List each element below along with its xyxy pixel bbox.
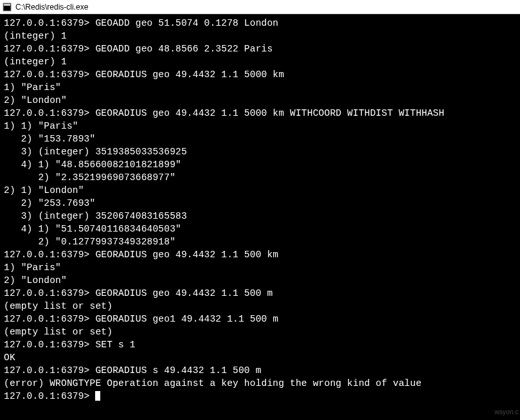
terminal-line: 2) "2.35219969073668977" (4, 171, 516, 184)
terminal-line: 2) "0.12779937349328918" (4, 235, 516, 248)
terminal-line: 127.0.0.1:6379> GEORADIUS geo 49.4432 1.… (4, 68, 516, 81)
window-title-bar: C:\Redis\redis-cli.exe (0, 0, 520, 14)
terminal-line: 127.0.0.1:6379> SET s 1 (4, 338, 516, 351)
terminal-line: (empty list or set) (4, 325, 516, 338)
terminal-line: (integer) 1 (4, 30, 516, 42)
terminal-line: 127.0.0.1:6379> GEORADIUS geo1 49.4432 1… (4, 313, 516, 325)
terminal-line: (empty list or set) (4, 300, 516, 313)
terminal-line: 2) "London" (4, 94, 516, 107)
terminal-line: (error) WRONGTYPE Operation against a ke… (4, 377, 516, 390)
terminal-line: 127.0.0.1:6379> GEORADIUS geo 49.4432 1.… (4, 107, 516, 120)
terminal-line: 127.0.0.1:6379> GEOADD geo 48.8566 2.352… (4, 42, 516, 55)
prompt-line[interactable]: 127.0.0.1:6379> (4, 390, 516, 403)
prompt-text: 127.0.0.1:6379> (4, 391, 95, 401)
terminal-line: 1) 1) "Paris" (4, 120, 516, 132)
terminal-line: 2) "153.7893" (4, 132, 516, 145)
cursor (95, 391, 100, 401)
terminal-line: 3) (integer) 3519385033536925 (4, 145, 516, 158)
terminal-line: 127.0.0.1:6379> GEOADD geo 51.5074 0.127… (4, 17, 516, 30)
terminal-line: 127.0.0.1:6379> GEORADIUS geo 49.4432 1.… (4, 287, 516, 300)
terminal-line: 127.0.0.1:6379> GEORADIUS geo 49.4432 1.… (4, 248, 516, 261)
terminal-line: 2) "253.7693" (4, 197, 516, 210)
svg-rect-1 (4, 4, 10, 6)
watermark: wsyon.c (494, 406, 519, 419)
terminal-line: 2) "London" (4, 274, 516, 287)
window-title: C:\Redis\redis-cli.exe (15, 3, 88, 12)
terminal-line: 4) 1) "51.50740116834640503" (4, 223, 516, 235)
terminal-line: 127.0.0.1:6379> GEORADIUS s 49.4432 1.1 … (4, 364, 516, 377)
terminal-line: (integer) 1 (4, 55, 516, 68)
terminal-line: 1) "Paris" (4, 81, 516, 94)
terminal-line: 3) (integer) 3520674083165583 (4, 210, 516, 223)
app-icon (3, 3, 12, 12)
terminal-output[interactable]: 127.0.0.1:6379> GEOADD geo 51.5074 0.127… (0, 14, 520, 420)
terminal-line: 2) 1) "London" (4, 184, 516, 197)
terminal-line: 1) "Paris" (4, 261, 516, 274)
terminal-line: 4) 1) "48.85660082101821899" (4, 158, 516, 171)
terminal-line: OK (4, 351, 516, 364)
